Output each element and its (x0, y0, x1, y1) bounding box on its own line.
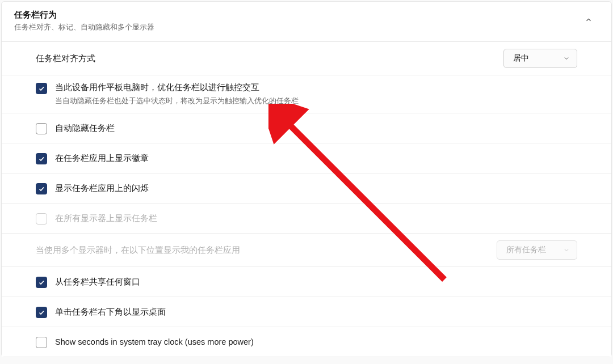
multi-display-label: 当使用多个显示器时，在以下位置显示我的任务栏应用 (36, 245, 240, 256)
row-autohide: 自动隐藏任务栏 (2, 113, 611, 143)
tablet-checkbox[interactable] (36, 83, 47, 94)
panel-header[interactable]: 任务栏行为 任务栏对齐、标记、自动隐藏和多个显示器 (2, 2, 611, 41)
flashing-label: 显示任务栏应用上的闪烁 (55, 183, 149, 194)
multi-display-dropdown: 所有任务栏 (497, 240, 577, 260)
collapse-chevron-icon[interactable] (578, 10, 599, 30)
badges-label: 在任务栏应用上显示徽章 (55, 153, 149, 164)
flashing-checkbox[interactable] (36, 183, 47, 194)
multi-display-dropdown-value: 所有任务栏 (506, 245, 546, 255)
all-displays-checkbox (36, 213, 47, 225)
chevron-down-icon (563, 55, 570, 62)
row-tablet-optimize: 当此设备用作平板电脑时，优化任务栏以进行触控交互 当自动隐藏任务栏也处于选中状态… (2, 75, 611, 113)
autohide-label: 自动隐藏任务栏 (55, 123, 115, 134)
row-taskbar-alignment: 任务栏对齐方式 居中 (2, 41, 611, 75)
show-desktop-checkbox[interactable] (36, 307, 47, 318)
all-displays-label: 在所有显示器上显示任务栏 (55, 213, 157, 224)
chevron-down-icon (563, 247, 570, 253)
row-left: 当此设备用作平板电脑时，优化任务栏以进行触控交互 当自动隐藏任务栏也处于选中状态… (36, 82, 577, 106)
row-show-desktop: 单击任务栏右下角以显示桌面 (2, 297, 611, 327)
row-show-seconds: Show seconds in system tray clock (uses … (2, 327, 611, 357)
tablet-sublabel: 当自动隐藏任务栏也处于选中状态时，将改为显示为触控输入优化的任务栏 (55, 96, 299, 106)
row-flashing: 显示任务栏应用上的闪烁 (2, 173, 611, 203)
alignment-label: 任务栏对齐方式 (36, 53, 95, 64)
share-window-label: 从任务栏共享任何窗口 (55, 277, 140, 287)
show-seconds-checkbox[interactable] (36, 337, 47, 348)
show-seconds-label: Show seconds in system tray clock (uses … (55, 337, 254, 346)
share-window-checkbox[interactable] (36, 277, 47, 288)
show-desktop-label: 单击任务栏右下角以显示桌面 (55, 307, 166, 318)
panel-header-text: 任务栏行为 任务栏对齐、标记、自动隐藏和多个显示器 (14, 10, 154, 32)
taskbar-behaviors-panel: 任务栏行为 任务栏对齐、标记、自动隐藏和多个显示器 任务栏对齐方式 居中 当 (1, 1, 612, 357)
panel-subtitle: 任务栏对齐、标记、自动隐藏和多个显示器 (14, 23, 154, 32)
row-multi-display: 当使用多个显示器时，在以下位置显示我的任务栏应用 所有任务栏 (2, 233, 611, 266)
alignment-dropdown-value: 居中 (513, 53, 529, 64)
row-badges: 在任务栏应用上显示徽章 (2, 143, 611, 173)
panel-title: 任务栏行为 (14, 10, 154, 20)
badges-checkbox[interactable] (36, 153, 47, 164)
autohide-checkbox[interactable] (36, 123, 47, 134)
row-all-displays: 在所有显示器上显示任务栏 (2, 203, 611, 233)
row-share-window: 从任务栏共享任何窗口 (2, 266, 611, 297)
row-left: 任务栏对齐方式 (36, 53, 503, 64)
tablet-label: 当此设备用作平板电脑时，优化任务栏以进行触控交互 (55, 82, 299, 93)
alignment-dropdown[interactable]: 居中 (503, 49, 577, 68)
